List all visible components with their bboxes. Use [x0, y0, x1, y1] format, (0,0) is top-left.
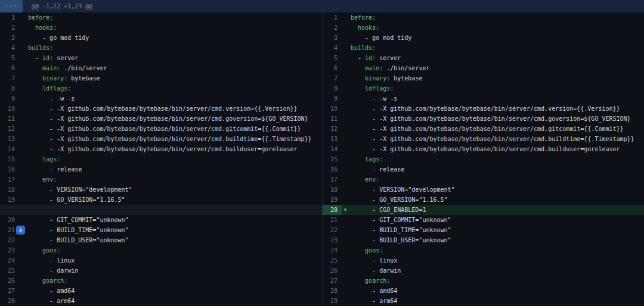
line-number[interactable]: 28 [0, 296, 19, 306]
code-line: - -X github.com/bytebase/bytebase/bin/se… [351, 144, 620, 154]
diff-marker [19, 23, 28, 33]
diff-row: 7 binary: bytebase [0, 73, 322, 83]
line-number[interactable]: 29 [323, 296, 342, 306]
diff-marker [19, 53, 28, 63]
line-number[interactable]: 5 [323, 53, 342, 63]
line-number[interactable]: 15 [0, 154, 19, 164]
line-number[interactable]: 26 [323, 266, 342, 276]
diff-row: 9 - -w -s [0, 93, 322, 104]
line-number[interactable]: 20 [0, 215, 19, 225]
diff-row: 27 - amd64 [0, 286, 322, 296]
code-line: - GIT_COMMIT="unknown" [28, 215, 129, 225]
line-number[interactable]: 5 [0, 53, 19, 63]
line-number[interactable]: 25 [0, 266, 19, 276]
line-number[interactable]: 22 [323, 225, 342, 235]
diff-marker [19, 296, 28, 306]
diff-marker [342, 53, 351, 63]
line-number[interactable]: 11 [0, 114, 19, 124]
code-line: - BUILD_USER="unknown" [351, 235, 451, 245]
line-number[interactable]: 8 [323, 83, 342, 93]
line-number[interactable]: 21 [323, 215, 342, 225]
line-number[interactable]: 14 [0, 144, 19, 154]
line-number[interactable]: 23 [0, 245, 19, 255]
line-number[interactable]: 16 [323, 164, 342, 174]
line-number[interactable]: 13 [0, 134, 19, 144]
diff-marker [342, 144, 351, 154]
line-number[interactable]: 19 [0, 195, 19, 205]
diff-row: 14 - -X github.com/bytebase/bytebase/bin… [323, 144, 644, 154]
line-number[interactable]: 24 [323, 245, 342, 255]
line-number[interactable]: 27 [323, 276, 342, 286]
line-number[interactable]: 9 [323, 93, 342, 104]
diff-marker [342, 195, 351, 205]
diff-pane-old: 1before:2 hooks:3 - go mod tidy4builds:5… [0, 13, 322, 306]
line-number[interactable]: 7 [0, 73, 19, 83]
diff-marker [19, 43, 28, 53]
line-number[interactable]: 12 [323, 124, 342, 134]
diff-marker [19, 215, 28, 225]
line-number[interactable]: 4 [0, 43, 19, 53]
line-number[interactable]: 4 [323, 43, 342, 53]
line-number[interactable]: 27 [0, 286, 19, 296]
line-number[interactable]: 2 [323, 23, 342, 33]
code-line: tags: [28, 154, 60, 164]
line-number[interactable]: 18 [323, 185, 342, 195]
diff-row: 26 goarch: [0, 276, 322, 286]
line-number[interactable]: 10 [323, 104, 342, 114]
code-line: - arm64 [28, 296, 75, 306]
line-number[interactable]: 6 [0, 63, 19, 73]
line-number[interactable]: 1 [323, 13, 342, 23]
code-line: - BUILD_TIME="unknown" [28, 225, 129, 235]
line-number[interactable]: 9 [0, 93, 19, 104]
line-number[interactable]: 17 [0, 174, 19, 185]
code-line: - id: server [28, 53, 78, 63]
code-line: - GIT_COMMIT="unknown" [351, 215, 451, 225]
code-line: - darwin [351, 266, 401, 276]
line-number[interactable]: 22 [0, 235, 19, 245]
code-line: - VERSION="development" [351, 185, 455, 195]
code-line: - GO_VERSION="1.16.5" [28, 195, 125, 205]
line-number[interactable]: 15 [323, 154, 342, 164]
line-number[interactable]: 25 [323, 255, 342, 266]
line-number[interactable]: 3 [323, 33, 342, 43]
line-number[interactable]: 10 [0, 104, 19, 114]
line-number[interactable]: 20 [323, 205, 342, 215]
diff-row: 28 - arm64 [0, 296, 322, 306]
diff-marker [342, 63, 351, 73]
line-number[interactable]: 2 [0, 23, 19, 33]
line-number[interactable]: 26 [0, 276, 19, 286]
line-number[interactable]: 24 [0, 255, 19, 266]
line-number[interactable]: 13 [323, 134, 342, 144]
line-number[interactable]: 8 [0, 83, 19, 93]
diff-row: 9 - -w -s [323, 93, 644, 104]
diff-marker [342, 104, 351, 114]
line-number[interactable]: 19 [323, 195, 342, 205]
diff-row: 13 - -X github.com/bytebase/bytebase/bin… [323, 134, 644, 144]
diff-marker [342, 185, 351, 195]
line-number[interactable]: 3 [0, 33, 19, 43]
line-number[interactable]: 12 [0, 124, 19, 134]
line-number[interactable]: 28 [323, 286, 342, 296]
line-number[interactable]: 23 [323, 235, 342, 245]
line-number[interactable]: 11 [323, 114, 342, 124]
code-line: ldflags: [351, 83, 394, 93]
diff-marker [19, 276, 28, 286]
diff-marker [19, 164, 28, 174]
line-number[interactable]: 14 [323, 144, 342, 154]
diff-marker [19, 235, 28, 245]
code-line: goos: [28, 245, 60, 255]
line-number[interactable]: 17 [323, 174, 342, 185]
line-number[interactable]: 6 [323, 63, 342, 73]
line-number[interactable]: 1 [0, 13, 19, 23]
diff-marker [19, 266, 28, 276]
code-line: - id: server [351, 53, 401, 63]
line-number[interactable]: 16 [0, 164, 19, 174]
line-number[interactable]: 18 [0, 185, 19, 195]
line-number[interactable]: 7 [323, 73, 342, 83]
expand-hunk-button[interactable]: ··· [0, 0, 23, 13]
diff-marker [19, 73, 28, 83]
diff-row: 24 - linux [0, 255, 322, 266]
add-comment-button[interactable]: + [16, 226, 25, 235]
code-line: main: ./bin/server [28, 63, 107, 73]
code-line: - BUILD_TIME="unknown" [351, 225, 451, 235]
